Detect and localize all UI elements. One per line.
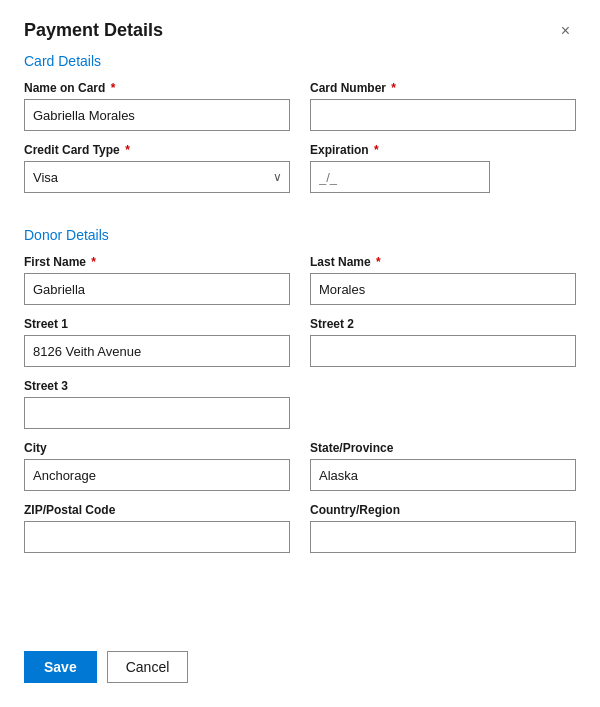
zip-label: ZIP/Postal Code xyxy=(24,503,290,517)
card-details-section-title: Card Details xyxy=(24,53,576,69)
city-group: City xyxy=(24,441,290,491)
card-number-group: Card Number * xyxy=(310,81,576,131)
state-province-label: State/Province xyxy=(310,441,576,455)
expiration-group: Expiration * xyxy=(310,143,576,193)
street1-input[interactable] xyxy=(24,335,290,367)
first-name-group: First Name * xyxy=(24,255,290,305)
footer-buttons: Save Cancel xyxy=(24,631,576,683)
required-star: * xyxy=(371,143,379,157)
expiration-label: Expiration * xyxy=(310,143,576,157)
street3-label: Street 3 xyxy=(24,379,290,393)
street2-label: Street 2 xyxy=(310,317,576,331)
payment-details-dialog: Payment Details × Card Details Name on C… xyxy=(0,0,600,707)
state-province-group: State/Province xyxy=(310,441,576,491)
required-star: * xyxy=(373,255,381,269)
donor-details-section-title: Donor Details xyxy=(24,227,576,243)
credit-card-type-label: Credit Card Type * xyxy=(24,143,290,157)
expiration-input[interactable] xyxy=(310,161,490,193)
country-region-group: Country/Region xyxy=(310,503,576,553)
state-province-input[interactable] xyxy=(310,459,576,491)
required-star: * xyxy=(122,143,130,157)
city-input[interactable] xyxy=(24,459,290,491)
street2-input[interactable] xyxy=(310,335,576,367)
first-name-label: First Name * xyxy=(24,255,290,269)
last-name-label: Last Name * xyxy=(310,255,576,269)
first-name-input[interactable] xyxy=(24,273,290,305)
zip-group: ZIP/Postal Code xyxy=(24,503,290,553)
zip-input[interactable] xyxy=(24,521,290,553)
city-label: City xyxy=(24,441,290,455)
name-on-card-group: Name on Card * xyxy=(24,81,290,131)
name-on-card-label: Name on Card * xyxy=(24,81,290,95)
save-button[interactable]: Save xyxy=(24,651,97,683)
country-region-label: Country/Region xyxy=(310,503,576,517)
cancel-button[interactable]: Cancel xyxy=(107,651,189,683)
credit-card-type-select[interactable]: Visa Mastercard American Express Discove… xyxy=(24,161,290,193)
dialog-header: Payment Details × xyxy=(24,20,576,41)
close-button[interactable]: × xyxy=(555,21,576,41)
card-details-grid: Name on Card * Card Number * Credit Card… xyxy=(24,81,576,205)
credit-card-type-group: Credit Card Type * Visa Mastercard Ameri… xyxy=(24,143,290,193)
street3-input[interactable] xyxy=(24,397,290,429)
street3-group: Street 3 xyxy=(24,379,290,429)
last-name-input[interactable] xyxy=(310,273,576,305)
street3-spacer xyxy=(310,379,576,429)
required-star: * xyxy=(388,81,396,95)
card-number-input[interactable] xyxy=(310,99,576,131)
donor-details-grid: First Name * Last Name * Street 1 Street… xyxy=(24,255,576,565)
name-on-card-input[interactable] xyxy=(24,99,290,131)
card-number-label: Card Number * xyxy=(310,81,576,95)
last-name-group: Last Name * xyxy=(310,255,576,305)
country-region-input[interactable] xyxy=(310,521,576,553)
credit-card-type-wrapper: Visa Mastercard American Express Discove… xyxy=(24,161,290,193)
required-star: * xyxy=(107,81,115,95)
dialog-title: Payment Details xyxy=(24,20,163,41)
required-star: * xyxy=(88,255,96,269)
street1-group: Street 1 xyxy=(24,317,290,367)
street2-group: Street 2 xyxy=(310,317,576,367)
street1-label: Street 1 xyxy=(24,317,290,331)
